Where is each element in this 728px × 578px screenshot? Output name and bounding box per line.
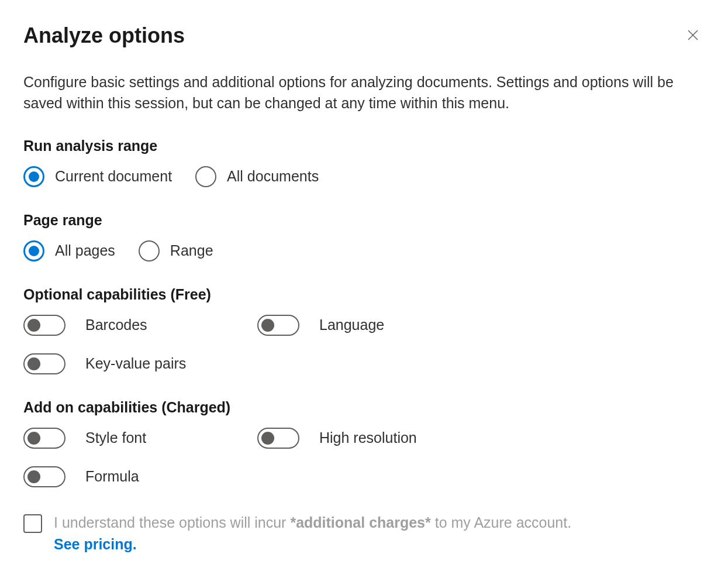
addon-capabilities-row: Style font High resolution Formula [23, 428, 705, 487]
close-icon [686, 28, 700, 42]
toggle-formula[interactable] [23, 466, 65, 487]
optional-capabilities-row: Barcodes Language Key-value pairs [23, 315, 705, 374]
toggle-label: Formula [85, 468, 139, 485]
optional-capabilities-heading: Optional capabilities (Free) [23, 286, 705, 303]
toggle-high-resolution[interactable] [257, 428, 299, 449]
addon-capabilities-heading: Add on capabilities (Charged) [23, 399, 705, 416]
radio-range[interactable]: Range [139, 240, 213, 262]
radio-label: Range [170, 242, 213, 259]
page-range-group: All pages Range [23, 240, 705, 262]
dialog-title: Analyze options [23, 23, 185, 48]
toggle-barcodes[interactable] [23, 315, 65, 336]
radio-current-document[interactable]: Current document [23, 166, 172, 187]
radio-label: All pages [55, 242, 115, 259]
dialog-description: Configure basic settings and additional … [23, 71, 705, 114]
toggle-language[interactable] [257, 315, 299, 336]
analysis-range-heading: Run analysis range [23, 137, 705, 154]
radio-label: All documents [227, 168, 319, 185]
toggle-style-font[interactable] [23, 428, 65, 449]
toggle-label: Language [319, 316, 384, 333]
radio-icon [23, 166, 44, 187]
toggle-label: Barcodes [85, 316, 147, 333]
toggle-label: Style font [85, 429, 146, 446]
consent-checkbox[interactable] [23, 514, 42, 533]
see-pricing-link[interactable]: See pricing. [54, 536, 137, 552]
radio-all-pages[interactable]: All pages [23, 240, 115, 262]
close-button[interactable] [681, 23, 705, 47]
consent-text: I understand these options will incur *a… [54, 512, 571, 556]
toggle-label: Key-value pairs [85, 355, 186, 372]
radio-all-documents[interactable]: All documents [195, 166, 319, 187]
radio-icon [23, 240, 44, 262]
radio-icon [195, 166, 216, 187]
toggle-label: High resolution [319, 429, 417, 446]
toggle-key-value-pairs[interactable] [23, 353, 65, 374]
radio-label: Current document [55, 168, 172, 185]
analysis-range-group: Current document All documents [23, 166, 705, 187]
page-range-heading: Page range [23, 212, 705, 229]
radio-icon [139, 240, 160, 262]
